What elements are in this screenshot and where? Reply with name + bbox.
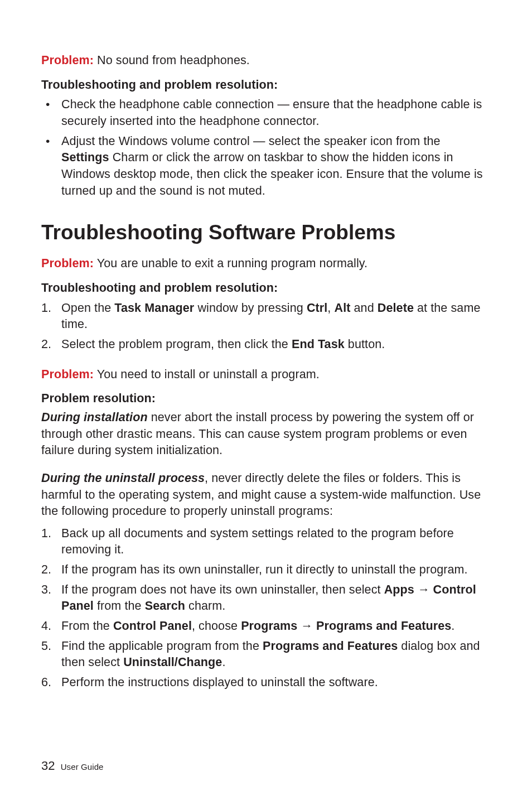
list-item: 2. If the program has its own uninstalle… (41, 562, 491, 578)
list-item: 1. Back up all documents and system sett… (41, 525, 491, 558)
t: . (451, 619, 454, 633)
t: Open the (61, 301, 114, 315)
step-number: 5. (41, 638, 58, 655)
bullet-text-a: Adjust the Windows volume control — sele… (61, 134, 441, 148)
step-number: 2. (41, 562, 58, 578)
bold: Search (145, 599, 185, 613)
list-item: 2. Select the problem program, then clic… (41, 336, 491, 353)
list-item: 3. If the program does not have its own … (41, 582, 491, 615)
step-number: 1. (41, 300, 58, 317)
bullet-text: Check the headphone cable connection — e… (61, 98, 482, 128)
t: . (222, 655, 225, 669)
step-number: 4. (41, 618, 58, 635)
bold: Control Panel (113, 619, 192, 633)
step-number: 6. (41, 674, 58, 691)
list-item: Check the headphone cable connection — e… (41, 97, 491, 129)
bold: Apps (384, 583, 414, 596)
t: from the (94, 599, 145, 613)
t: window by pressing (194, 301, 307, 315)
arrow: → (414, 583, 433, 596)
problem-text: No sound from headphones. (94, 54, 250, 67)
emphasis: During the uninstall process (41, 471, 205, 485)
bold: Ctrl (307, 301, 327, 315)
bold: Task Manager (114, 301, 194, 315)
problem-text: You need to install or uninstall a progr… (94, 368, 320, 381)
t: Find the applicable program from the (61, 639, 263, 653)
t: If the program has its own uninstaller, … (61, 563, 468, 576)
page-number: 32 (41, 759, 55, 773)
arrow: → (297, 619, 316, 633)
bold-settings: Settings (61, 151, 109, 164)
list-item: 1. Open the Task Manager window by press… (41, 300, 491, 333)
ts-heading: Troubleshooting and problem resolution: (41, 280, 491, 297)
t: button. (345, 338, 385, 351)
footer-label: User Guide (61, 762, 104, 772)
emphasis: During installation (41, 411, 148, 424)
problem-text: You are unable to exit a running program… (94, 257, 367, 270)
t: If the program does not have its own uni… (61, 583, 384, 596)
t: Back up all documents and system setting… (61, 527, 454, 557)
ts1-list: Check the headphone cable connection — e… (41, 97, 491, 199)
step-number: 3. (41, 582, 58, 599)
t: Select the problem program, then click t… (61, 338, 292, 351)
res-paragraph: During installation never abort the inst… (41, 409, 491, 459)
bold: Delete (378, 301, 414, 315)
t: Perform the instructions displayed to un… (61, 676, 378, 689)
ts-heading: Troubleshooting and problem resolution: (41, 77, 491, 94)
t: , (327, 301, 334, 315)
problem-line: Problem: No sound from headphones. (41, 52, 491, 69)
bold: Programs and Features (316, 619, 451, 633)
problem-line: Problem: You are unable to exit a runnin… (41, 255, 491, 272)
t: From the (61, 619, 113, 633)
problem-label: Problem: (41, 368, 94, 381)
bullet-text-b: Charm or click the arrow on taskbar to s… (61, 151, 483, 197)
res-paragraph: During the uninstall process, never dire… (41, 470, 491, 520)
bold: Alt (335, 301, 351, 315)
bold: End Task (292, 338, 345, 351)
res3-list: 1. Back up all documents and system sett… (41, 525, 491, 691)
page-footer: 32User Guide (41, 758, 104, 774)
step-number: 2. (41, 336, 58, 353)
bold: Programs (241, 619, 297, 633)
list-item: 6. Perform the instructions displayed to… (41, 674, 491, 691)
problem-label: Problem: (41, 54, 94, 67)
step-number: 1. (41, 525, 58, 542)
list-item: Adjust the Windows volume control — sele… (41, 133, 491, 200)
bold: Uninstall/Change (123, 655, 222, 669)
t: , choose (192, 619, 241, 633)
t: and (350, 301, 377, 315)
section-heading: Troubleshooting Software Problems (41, 218, 491, 247)
t: charm. (185, 599, 225, 613)
list-item: 4. From the Control Panel, choose Progra… (41, 618, 491, 635)
list-item: 5. Find the applicable program from the … (41, 638, 491, 671)
problem-label: Problem: (41, 257, 94, 270)
problem-line: Problem: You need to install or uninstal… (41, 367, 491, 383)
ts2-list: 1. Open the Task Manager window by press… (41, 300, 491, 353)
res-heading: Problem resolution: (41, 390, 491, 407)
bold: Programs and Features (263, 639, 398, 653)
